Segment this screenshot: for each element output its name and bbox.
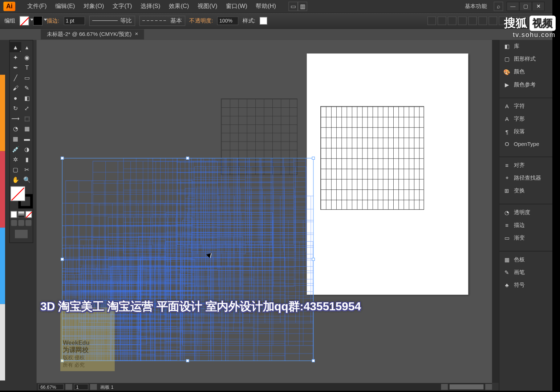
pencil-tool[interactable]: ✎: [21, 83, 33, 93]
resize-handle[interactable]: [312, 258, 315, 261]
horizontal-scrollbar[interactable]: [450, 384, 484, 389]
screen-mode-icon[interactable]: [11, 220, 17, 226]
panel-透明度[interactable]: ◔透明度: [499, 206, 552, 219]
free-transform-tool[interactable]: ⬚: [21, 113, 33, 123]
perspective-tool[interactable]: ▦: [21, 123, 33, 134]
panel-渐变[interactable]: ▭渐变: [499, 232, 552, 244]
blob-brush-tool[interactable]: ●: [10, 93, 21, 103]
panel-色板[interactable]: ▦色板: [499, 253, 552, 266]
menu-edit[interactable]: 编辑(E): [51, 1, 79, 12]
panel-描边[interactable]: ≡描边: [499, 219, 552, 232]
panel-颜色参考[interactable]: ▶颜色参考: [499, 78, 552, 91]
eyedropper-tool[interactable]: 💉: [10, 144, 21, 154]
align-icon[interactable]: [478, 16, 487, 25]
artboard-tool[interactable]: ▢: [10, 164, 21, 175]
zoom-field[interactable]: [38, 384, 64, 390]
minimize-button[interactable]: ―: [507, 1, 519, 11]
panel-库[interactable]: ◧库: [499, 40, 552, 53]
maximize-button[interactable]: ▢: [519, 1, 532, 11]
magic-wand-tool[interactable]: ✦: [10, 52, 21, 62]
pen-tool[interactable]: ✒: [10, 62, 21, 73]
panel-变换[interactable]: ⊞变换: [499, 184, 552, 197]
scale-tool[interactable]: ⤢: [21, 103, 33, 113]
panel-图形样式[interactable]: ▢图形样式: [499, 53, 552, 65]
zoom-tool[interactable]: 🔍: [21, 175, 33, 185]
screen-mode-icon[interactable]: [18, 220, 24, 226]
grid-object-2[interactable]: [320, 106, 424, 210]
gradient-mode-icon[interactable]: [18, 211, 25, 218]
column-graph-tool[interactable]: ▮: [21, 154, 33, 164]
menu-help[interactable]: 帮助(H): [252, 1, 280, 12]
hand-tool[interactable]: ✋: [10, 175, 21, 185]
resize-handle[interactable]: [312, 359, 315, 362]
variable-width-profile[interactable]: 等比: [89, 16, 135, 26]
lasso-tool[interactable]: ◉: [21, 52, 33, 62]
symbol-sprayer-tool[interactable]: ✲: [10, 154, 21, 164]
resize-handle[interactable]: [186, 157, 189, 160]
color-mode-icon[interactable]: [11, 211, 17, 218]
resize-handle[interactable]: [312, 157, 315, 160]
rectangle-tool[interactable]: ▭: [21, 73, 33, 83]
gradient-tool[interactable]: ▬: [21, 134, 33, 144]
workspace-switcher[interactable]: 基本功能: [465, 2, 487, 10]
menu-file[interactable]: 文件(F): [23, 1, 51, 12]
panel-段落[interactable]: ¶段落: [499, 125, 552, 138]
blend-tool[interactable]: ◑: [21, 144, 33, 154]
align-icon[interactable]: [489, 16, 497, 25]
menu-effect[interactable]: 效果(C): [165, 1, 193, 12]
layout-btn-1[interactable]: ▭: [289, 1, 298, 11]
none-mode-icon[interactable]: [25, 211, 32, 218]
resize-handle[interactable]: [61, 157, 64, 160]
fill-color-icon[interactable]: [11, 187, 25, 201]
resize-handle[interactable]: [61, 258, 64, 261]
paintbrush-tool[interactable]: 🖌: [10, 83, 21, 93]
align-icon[interactable]: [458, 16, 466, 25]
resize-handle[interactable]: [186, 359, 189, 362]
shape-builder-tool[interactable]: ◔: [10, 123, 21, 134]
draw-mode-icon[interactable]: [15, 230, 28, 238]
graphic-style-swatch[interactable]: [260, 17, 267, 24]
align-icon[interactable]: [448, 16, 456, 25]
scroll-left-button[interactable]: [441, 384, 448, 390]
panel-OpenType[interactable]: OOpenType: [499, 138, 552, 150]
panel-符号[interactable]: ♣符号: [499, 279, 552, 291]
line-tool[interactable]: ╱: [10, 73, 21, 83]
type-tool[interactable]: T: [21, 62, 33, 73]
menu-window[interactable]: 窗口(W): [222, 1, 252, 12]
align-icon[interactable]: [468, 16, 476, 25]
align-icon[interactable]: [427, 16, 436, 25]
screen-mode-icon[interactable]: [25, 220, 31, 226]
width-tool[interactable]: ⟿: [10, 113, 21, 123]
rotate-tool[interactable]: ↻: [10, 103, 21, 113]
close-button[interactable]: ✕: [532, 1, 545, 11]
opacity-input[interactable]: [217, 16, 239, 25]
scroll-right-button[interactable]: [485, 384, 492, 390]
artboard-next-button[interactable]: [90, 384, 97, 390]
menu-type[interactable]: 文字(T): [108, 1, 136, 12]
brush-definition[interactable]: 基本: [139, 16, 185, 26]
artboard-number-field[interactable]: [74, 384, 89, 390]
mesh-tool[interactable]: ▦: [10, 134, 21, 144]
menu-object[interactable]: 对象(O): [79, 1, 108, 12]
eraser-tool[interactable]: ◧: [21, 93, 33, 103]
panel-画笔[interactable]: ✎画笔: [499, 266, 552, 278]
vertical-scrollbar[interactable]: [492, 40, 499, 383]
stroke-swatch[interactable]: [33, 16, 42, 25]
fill-swatch[interactable]: [20, 16, 29, 25]
fill-stroke-indicator[interactable]: [11, 187, 33, 209]
menu-select[interactable]: 选择(S): [136, 1, 165, 12]
panel-路径查找器[interactable]: ⌖路径查找器: [499, 172, 552, 184]
panel-颜色[interactable]: 🎨颜色: [499, 65, 552, 78]
search-icon[interactable]: ⌕: [494, 1, 503, 11]
panel-字符[interactable]: A字符: [499, 100, 552, 113]
slice-tool[interactable]: ✂: [21, 164, 33, 175]
panel-对齐[interactable]: ≡对齐: [499, 159, 552, 172]
stroke-weight-input[interactable]: [64, 16, 85, 25]
canvas[interactable]: WeekEdu 为课网校 版权 侵权 所有 必究 3D 淘宝美工 淘宝运营 平面…: [37, 40, 499, 383]
align-icon[interactable]: [438, 16, 446, 25]
layout-btn-2[interactable]: ▥: [298, 1, 308, 11]
panel-字形[interactable]: A字形: [499, 113, 552, 125]
direct-selection-tool[interactable]: ▴: [21, 42, 33, 52]
close-tab-icon[interactable]: ×: [135, 30, 138, 38]
selection-tool[interactable]: ▲: [10, 42, 21, 52]
